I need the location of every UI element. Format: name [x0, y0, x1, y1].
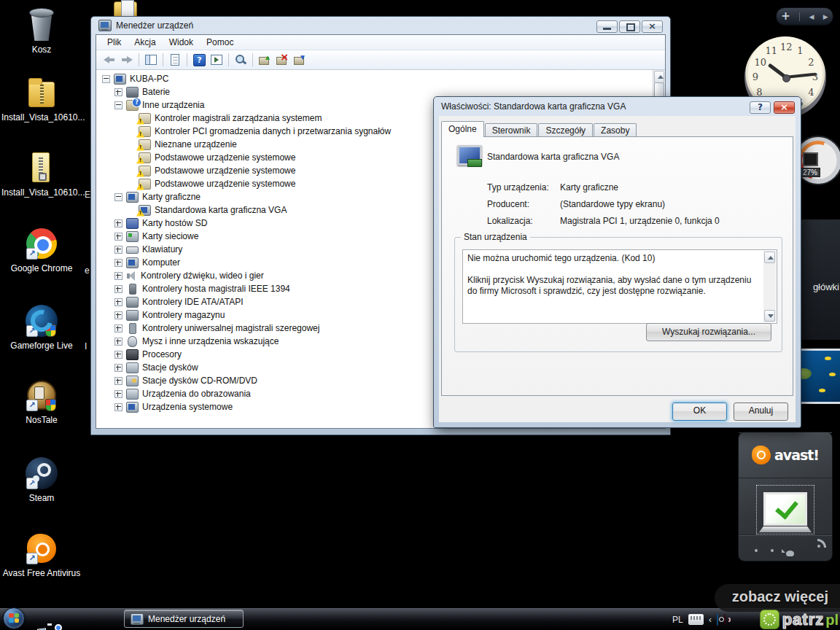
- tree-expander[interactable]: [114, 403, 122, 411]
- toolbar-button[interactable]: [187, 53, 187, 66]
- avast-gadget[interactable]: avast!: [738, 432, 833, 561]
- device-manager-app-icon: [98, 20, 112, 31]
- menu-item[interactable]: Akcja: [128, 37, 162, 47]
- clock-numeral: 9: [750, 71, 761, 82]
- tab[interactable]: Zasoby: [594, 123, 637, 137]
- dialog-close-button[interactable]: [774, 101, 795, 114]
- tree-expander[interactable]: [114, 219, 122, 228]
- toolbar-icon: [144, 54, 158, 66]
- toolbar-button[interactable]: [228, 53, 229, 66]
- device-category-icon: [139, 166, 151, 176]
- device-category-icon: [126, 257, 139, 268]
- tree-item-label: KUBA-PC: [130, 74, 168, 84]
- add-gadget-icon[interactable]: +: [781, 11, 790, 22]
- tree-expander[interactable]: [114, 338, 122, 346]
- toolbar-button[interactable]: [139, 53, 139, 66]
- menu-item[interactable]: Pomoc: [200, 37, 240, 47]
- toolbar-button[interactable]: [142, 52, 160, 68]
- avast-logo: avast!: [739, 432, 832, 478]
- next-page-icon[interactable]: ▶: [823, 13, 828, 20]
- desktop-icon[interactable]: Kosz: [1, 7, 82, 55]
- menu-item[interactable]: Plik: [101, 37, 128, 47]
- tree-expander[interactable]: [114, 324, 122, 332]
- tab[interactable]: Ogólne: [441, 121, 484, 137]
- desktop-icon[interactable]: Install_Vista_10610...: [1, 150, 82, 198]
- desktop-icon[interactable]: Steam: [1, 456, 82, 503]
- toolbar-icon: [293, 54, 306, 66]
- tree-expander[interactable]: [114, 259, 122, 267]
- device-category-icon: [126, 246, 139, 254]
- scroll-up-icon[interactable]: [764, 252, 775, 263]
- device-category-icon: [129, 284, 136, 295]
- tree-expander[interactable]: [114, 233, 122, 241]
- search-solutions-button[interactable]: Wyszukaj rozwiązania...: [646, 323, 771, 341]
- background-window-fragment[interactable]: [111, 0, 144, 16]
- tray-icon-button[interactable]: [724, 615, 726, 625]
- device-manager-titlebar[interactable]: Menedżer urządzeń: [91, 17, 670, 34]
- tree-item-label: Komputer: [142, 257, 180, 268]
- tab[interactable]: Sterownik: [485, 123, 538, 137]
- taskbar-task-button[interactable]: Menedżer urządzeń: [124, 610, 244, 628]
- desktop-icon[interactable]: Avast Free Antivirus: [1, 531, 82, 578]
- status-scrollbar[interactable]: [763, 251, 776, 322]
- close-button[interactable]: [642, 20, 663, 33]
- toolbar-button[interactable]: [190, 52, 208, 68]
- tree-expander[interactable]: [114, 390, 122, 398]
- tree-item-label: Kontroler PCI gromadzenia danych i przet…: [155, 126, 391, 136]
- tree-expander[interactable]: [102, 75, 110, 83]
- device-category-icon: [139, 205, 151, 216]
- toolbar-button[interactable]: [273, 52, 291, 68]
- tab[interactable]: Szczegóły: [538, 123, 593, 137]
- minimize-button[interactable]: [596, 20, 618, 33]
- scroll-down-icon[interactable]: [764, 310, 775, 322]
- cancel-button[interactable]: Anuluj: [734, 402, 788, 421]
- tree-expander[interactable]: [114, 377, 122, 385]
- keyboard-layout-icon[interactable]: [688, 614, 704, 625]
- tree-expander[interactable]: [114, 246, 122, 254]
- tray-icon-button[interactable]: [717, 615, 718, 625]
- maximize-button[interactable]: [619, 20, 640, 33]
- desktop-icon[interactable]: Gameforge Live: [1, 303, 82, 351]
- desktop-icon[interactable]: Google Chrome: [1, 226, 82, 273]
- tree-expander[interactable]: [114, 351, 122, 359]
- tree-expander[interactable]: [114, 311, 122, 319]
- device-status-text[interactable]: Nie można uruchomić tego urządzenia. (Ko…: [462, 249, 777, 324]
- toolbar-icon: [276, 54, 289, 66]
- desktop-icon-image: [24, 456, 59, 491]
- toolbar-button[interactable]: [252, 53, 253, 66]
- toolbar-button[interactable]: [208, 52, 225, 68]
- tree-expander[interactable]: [114, 364, 122, 372]
- window-title: Menedżer urządzeń: [116, 20, 193, 31]
- gadgets-control-bar[interactable]: + ◀ ▶: [776, 7, 833, 26]
- avast-status-laptop[interactable]: [756, 485, 814, 534]
- start-button[interactable]: [3, 607, 25, 629]
- help-button[interactable]: [750, 101, 771, 114]
- toolbar-button[interactable]: [166, 52, 184, 68]
- tree-expander[interactable]: [114, 298, 122, 306]
- tree-expander[interactable]: [114, 285, 122, 293]
- toolbar-button[interactable]: [256, 52, 273, 68]
- toolbar-button[interactable]: [163, 53, 163, 66]
- menu-item[interactable]: Widok: [163, 37, 200, 47]
- headlines-gadget[interactable]: główki: [800, 219, 840, 341]
- dialog-titlebar[interactable]: Właściwości: Standardowa karta graficzna…: [434, 97, 801, 116]
- tree-expander[interactable]: [114, 272, 122, 280]
- toolbar-button[interactable]: [291, 52, 308, 68]
- shortcut-arrow-icon: [26, 478, 38, 489]
- toolbar-button[interactable]: [101, 52, 118, 68]
- clock-numeral: 4: [806, 87, 817, 98]
- desktop-icon[interactable]: Install_Vista_10610...: [1, 75, 82, 122]
- tree-expander[interactable]: [114, 193, 122, 201]
- tree-expander[interactable]: [114, 101, 122, 109]
- tray-collapse-icon[interactable]: ‹: [709, 614, 712, 625]
- tree-item[interactable]: KUBA-PC: [96, 72, 665, 85]
- scroll-up-icon[interactable]: [654, 71, 664, 83]
- desktop-icon[interactable]: NosTale: [1, 378, 82, 425]
- previous-page-icon[interactable]: ◀: [809, 13, 814, 20]
- toolbar-button[interactable]: [118, 52, 136, 68]
- language-indicator[interactable]: PL: [672, 615, 683, 625]
- tree-expander[interactable]: [114, 88, 122, 96]
- ok-button[interactable]: OK: [672, 402, 727, 421]
- avast-social-row: [739, 535, 832, 561]
- toolbar-button[interactable]: [232, 52, 249, 68]
